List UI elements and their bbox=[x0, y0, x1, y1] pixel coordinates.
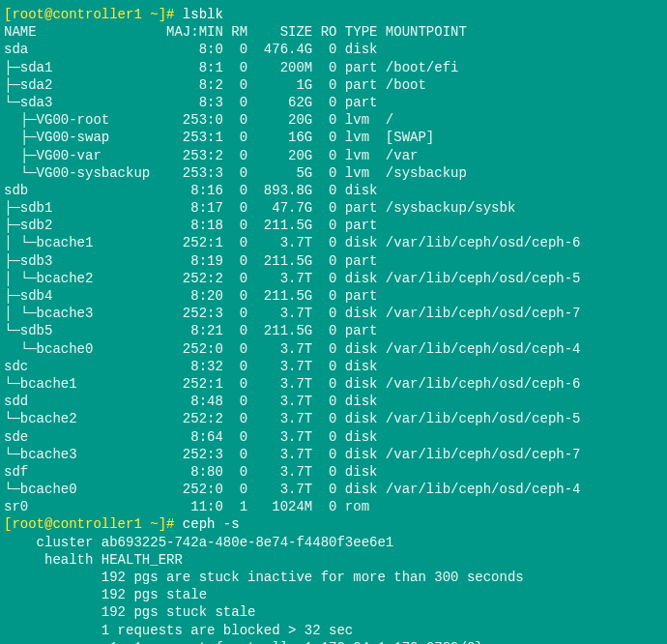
ceph-output: cluster ab693225-742a-480e-8e74-f4480f3e… bbox=[4, 535, 524, 644]
lsblk-header: NAME MAJ:MIN RM SIZE RO TYPE MOUNTPOINT bbox=[4, 24, 467, 40]
terminal[interactable]: [root@controller1 ~]# lsblk NAME MAJ:MIN… bbox=[0, 0, 667, 644]
shell-prompt: [root@controller1 ~]# bbox=[4, 7, 183, 22]
lsblk-body: sda 8:0 0 476.4G 0 disk ├─sda1 8:1 0 200… bbox=[4, 42, 581, 514]
command-ceph: ceph -s bbox=[183, 516, 240, 532]
shell-prompt: [root@controller1 ~]# bbox=[4, 516, 183, 532]
command-lsblk: lsblk bbox=[183, 7, 223, 22]
